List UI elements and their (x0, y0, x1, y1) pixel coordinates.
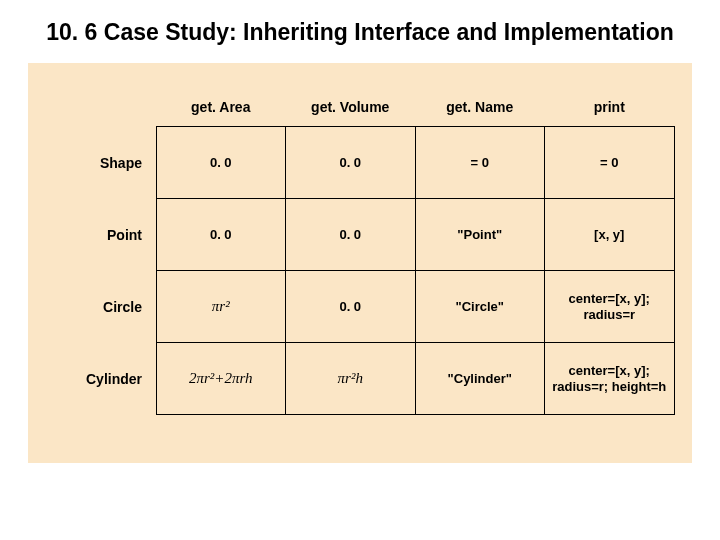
cell-shape-area: 0. 0 (156, 126, 287, 199)
cell-shape-volume: 0. 0 (285, 126, 416, 199)
cell-shape-print: = 0 (544, 126, 675, 199)
cell-shape-name: = 0 (415, 126, 546, 199)
cell-cylinder-volume: πr²h (285, 342, 416, 415)
row-label-circle: Circle (46, 299, 156, 315)
col-header-getarea: get. Area (156, 99, 286, 115)
cell-circle-name: "Circle" (415, 270, 546, 343)
row-label-shape: Shape (46, 155, 156, 171)
row-label-cylinder: Cylinder (46, 371, 156, 387)
cell-point-volume: 0. 0 (285, 198, 416, 271)
cell-point-name: "Point" (415, 198, 546, 271)
cell-point-area: 0. 0 (156, 198, 287, 271)
cell-circle-area: πr² (156, 270, 287, 343)
cell-circle-volume: 0. 0 (285, 270, 416, 343)
col-header-getname: get. Name (415, 99, 545, 115)
inheritance-table: get. Area get. Volume get. Name print Sh… (46, 87, 674, 415)
cell-cylinder-area: 2πr²+2πrh (156, 342, 287, 415)
cell-point-print: [x, y] (544, 198, 675, 271)
corner-cell (46, 87, 156, 127)
col-header-print: print (545, 99, 675, 115)
content-panel: get. Area get. Volume get. Name print Sh… (28, 63, 692, 463)
cell-cylinder-print: center=[x, y]; radius=r; height=h (544, 342, 675, 415)
row-label-point: Point (46, 227, 156, 243)
slide-title: 10. 6 Case Study: Inheriting Interface a… (0, 0, 720, 57)
cell-circle-print: center=[x, y]; radius=r (544, 270, 675, 343)
col-header-getvolume: get. Volume (286, 99, 416, 115)
cell-cylinder-name: "Cylinder" (415, 342, 546, 415)
